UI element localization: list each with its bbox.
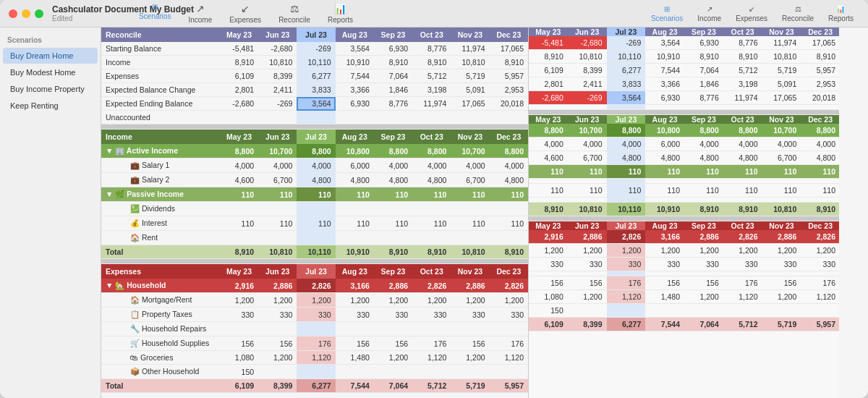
sidebar-label: Scenarios xyxy=(0,33,101,47)
r-scenarios-icon: ⊞ xyxy=(664,5,670,13)
main-content: Scenarios Buy Dream Home Buy Modest Home… xyxy=(0,27,868,398)
rp-reconcile-header: May 23 Jun 23 Jul 23 Aug 23 Sep 23 Oct 2… xyxy=(529,27,839,36)
expenses-reconcile-row: Expenses 6,109 8,399 6,277 7,544 7,064 5… xyxy=(101,69,528,83)
rp-ebc: 2,801 2,411 3,833 3,366 1,846 3,198 5,09… xyxy=(529,77,839,91)
rp-starting-balance: -5,481 -2,680 -269 3,564 6,930 8,776 11,… xyxy=(529,36,839,50)
income-total-row: Total 8,910 10,810 10,110 10,910 8,910 8… xyxy=(101,245,528,259)
sidebar-item-buy-income-property[interactable]: Buy Income Property xyxy=(3,81,98,97)
rp-household-supplies: 156 156 176 156 156 176 156 176 xyxy=(529,276,839,290)
right-table: May 23 Jun 23 Jul 23 Aug 23 Sep 23 Oct 2… xyxy=(529,27,839,331)
expected-balance-change-row: Expected Balance Change 2,801 2,411 3,83… xyxy=(101,83,528,97)
right-toolbar: ⊞ Scenarios ↗ Income ↙ Expenses ⚖ Reconc… xyxy=(651,5,854,22)
unaccounted-row: Unaccounted xyxy=(101,111,528,124)
col-may: May 23 xyxy=(220,27,258,42)
zoom-button[interactable] xyxy=(35,9,43,18)
sidebar: Scenarios Buy Dream Home Buy Modest Home… xyxy=(0,27,101,398)
col-dec: Dec 23 xyxy=(490,27,528,42)
rp-property-taxes: 330 330 330 330 330 330 330 330 xyxy=(529,258,839,271)
col-jun: Jun 23 xyxy=(258,27,297,42)
expand-icon: ▼ xyxy=(106,146,115,155)
rp-expenses-total: 6,109 8,399 6,277 7,544 7,064 5,712 5,71… xyxy=(529,318,839,331)
rp-salary1: 4,000 4,000 4,000 6,000 4,000 4,000 4,00… xyxy=(529,137,839,151)
r-expenses-icon: ↙ xyxy=(749,5,754,13)
main-window: Cashculator Document My Budget Edited ⊞ … xyxy=(0,0,868,398)
rp-income-total: 8,910 10,810 10,110 10,910 8,910 8,910 1… xyxy=(529,203,839,216)
reports-icon: 📊 xyxy=(334,3,346,14)
expenses-section-header: Expenses May 23 Jun 23 Jul 23 Aug 23 Sep… xyxy=(101,264,528,279)
toolbar-reconcile[interactable]: ⚖ Reconcile xyxy=(278,3,310,24)
interest-row: 💰 Interest 110 110 110 110 110 110 110 1… xyxy=(101,216,528,231)
toolbar-reports[interactable]: 📊 Reports xyxy=(328,3,353,24)
toolbar-expenses[interactable]: ↙ Expenses xyxy=(229,3,261,24)
rtoolbar-reconcile[interactable]: ⚖ Reconcile xyxy=(782,5,814,22)
rp-household: 2,916 2,886 2,826 3,166 2,886 2,826 2,88… xyxy=(529,230,839,244)
r-reconcile-icon: ⚖ xyxy=(795,5,801,13)
right-panel[interactable]: May 23 Jun 23 Jul 23 Aug 23 Sep 23 Oct 2… xyxy=(528,27,839,398)
rp-income: 8,910 10,810 10,110 10,910 8,910 8,910 1… xyxy=(529,50,839,64)
income-icon: ↗ xyxy=(196,3,205,14)
expenses-total-row: Total 6,109 8,399 6,277 7,544 7,064 5,71… xyxy=(101,379,528,393)
col-oct: Oct 23 xyxy=(412,27,451,42)
toolbar-scenarios[interactable]: ⊞ Scenarios xyxy=(139,3,171,24)
starting-balance-label: Starting Balance xyxy=(101,42,220,56)
col-nov: Nov 23 xyxy=(451,27,489,42)
main-table: Reconcile May 23 Jun 23 Jul 23 Aug 23 Se… xyxy=(101,27,528,393)
expected-ending-balance-row: Expected Ending Balance -2,680 -269 3,56… xyxy=(101,97,528,111)
rp-expenses: 6,109 8,399 6,277 7,544 7,064 5,712 5,71… xyxy=(529,64,839,77)
sidebar-item-buy-dream-home[interactable]: Buy Dream Home xyxy=(3,48,98,64)
rp-groceries: 1,080 1,200 1,120 1,480 1,200 1,120 1,20… xyxy=(529,290,839,304)
rent-row: 🏠 Rent xyxy=(101,231,528,245)
starting-balance-row: Starting Balance -5,481 -2,680 -269 3,56… xyxy=(101,42,528,56)
active-income-row: ▼ 🏢 Active Income 8,800 10,700 8,800 10,… xyxy=(101,144,528,158)
rp-passive-income: 110 110 110 110 110 110 110 110 xyxy=(529,165,839,179)
rtoolbar-reports[interactable]: 📊 Reports xyxy=(828,5,854,22)
rp-eeb: -2,680 -269 3,564 6,930 8,776 11,974 17,… xyxy=(529,91,839,105)
passive-income-row: ▼ 🌿 Passive Income 110 110 110 110 110 1… xyxy=(101,187,528,202)
window-title: Cashculator Document My Budget xyxy=(52,4,194,14)
toolbar-income[interactable]: ↗ Income xyxy=(188,3,212,24)
rp-expenses-header: May 23 Jun 23 Jul 23 Aug 23 Sep 23 Oct 2… xyxy=(529,221,839,231)
income-section-header: Income May 23 Jun 23 Jul 23 Aug 23 Sep 2… xyxy=(101,130,528,145)
traffic-lights xyxy=(9,9,43,18)
other-household-row: 📦 Other Household 150 xyxy=(101,365,528,379)
mortgage-row: 🏠 Mortgage/Rent 1,200 1,200 1,200 1,200 … xyxy=(101,293,528,308)
household-row: ▼ 🏡 Household 2,916 2,886 2,826 3,166 2,… xyxy=(101,279,528,293)
col-sep: Sep 23 xyxy=(374,27,412,42)
reconcile-header-label: Reconcile xyxy=(101,27,220,42)
rtoolbar-scenarios[interactable]: ⊞ Scenarios xyxy=(651,5,683,22)
scenarios-icon: ⊞ xyxy=(152,3,158,11)
salary2-row: 💼 Salary 2 4,600 6,700 4,800 4,800 4,800… xyxy=(101,173,528,187)
close-button[interactable] xyxy=(9,9,17,18)
left-toolbar: ⊞ Scenarios ↗ Income ↙ Expenses ⚖ Reconc… xyxy=(217,3,275,24)
income-reconcile-row: Income 8,910 10,810 10,110 10,910 8,910 … xyxy=(101,56,528,69)
window-subtitle: Edited xyxy=(52,14,194,22)
rp-mortgage: 1,200 1,200 1,200 1,200 1,200 1,200 1,20… xyxy=(529,244,839,258)
expenses-icon: ↙ xyxy=(241,3,250,14)
sidebar-item-keep-renting[interactable]: Keep Renting xyxy=(3,98,98,114)
rp-interest: 110 110 110 110 110 110 110 110 xyxy=(529,184,839,198)
minimize-button[interactable] xyxy=(22,9,30,18)
reconcile-header-row: Reconcile May 23 Jun 23 Jul 23 Aug 23 Se… xyxy=(101,27,528,42)
rp-other-household: 150 xyxy=(529,304,839,318)
rp-household-repairs xyxy=(529,271,839,276)
r-reports-icon: 📊 xyxy=(836,5,845,13)
r-income-icon: ↗ xyxy=(707,5,712,13)
reconcile-icon: ⚖ xyxy=(290,3,299,14)
rtoolbar-expenses[interactable]: ↙ Expenses xyxy=(736,5,767,22)
rp-dividends xyxy=(529,179,839,184)
col-jul: Jul 23 xyxy=(297,27,335,42)
household-supplies-row: 🛒 Household Supplies 156 156 176 156 156… xyxy=(101,336,528,351)
titlebar: Cashculator Document My Budget Edited ⊞ … xyxy=(0,0,868,27)
col-aug: Aug 23 xyxy=(336,27,374,42)
dividends-row: 💹 Dividends xyxy=(101,202,528,216)
rp-active-income: 8,800 10,700 8,800 10,800 8,800 8,800 10… xyxy=(529,124,839,137)
left-panel[interactable]: Reconcile May 23 Jun 23 Jul 23 Aug 23 Se… xyxy=(101,27,528,398)
rp-rent xyxy=(529,198,839,203)
rtoolbar-income[interactable]: ↗ Income xyxy=(697,5,721,22)
rp-salary2: 4,600 6,700 4,800 4,800 4,800 4,800 6,70… xyxy=(529,151,839,165)
rp-income-header: May 23 Jun 23 Jul 23 Aug 23 Sep 23 Oct 2… xyxy=(529,115,839,124)
salary1-row: 💼 Salary 1 4,000 4,000 4,000 6,000 4,000… xyxy=(101,158,528,173)
sidebar-item-buy-modest-home[interactable]: Buy Modest Home xyxy=(3,64,98,80)
groceries-row: 🛍 Groceries 1,080 1,200 1,120 1,480 1,20… xyxy=(101,351,528,365)
property-taxes-row: 📋 Property Taxes 330 330 330 330 330 330… xyxy=(101,308,528,322)
